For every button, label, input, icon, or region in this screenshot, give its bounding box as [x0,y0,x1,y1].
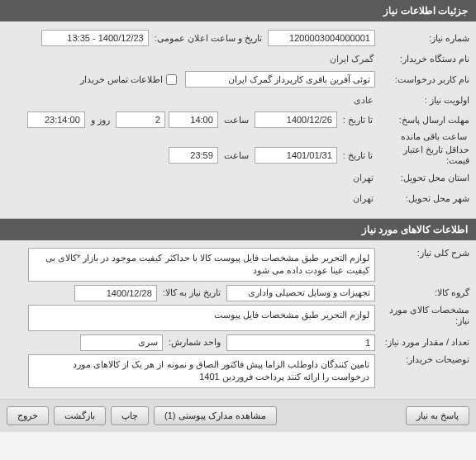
back-button[interactable]: بازگشت [54,406,106,425]
quote-to-date-field: 1401/01/31 [255,147,337,164]
reply-to-date-field: 1400/12/26 [255,111,337,128]
requester-label: نام کاربر درخواست: [378,74,469,85]
exit-button[interactable]: خروج [7,406,49,425]
announce-field: 1400/12/23 - 13:35 [41,30,149,46]
remain-days-label: روز و [88,115,112,126]
buyer-contact-checkbox-wrap[interactable]: اطلاعات تماس خریدار [80,74,177,85]
view-attachments-button[interactable]: مشاهده مدارک پیوستی (1) [154,406,277,425]
reply-deadline-label: مهلت ارسال پاسخ: [378,115,469,126]
buyer-notes-field: تامین کنندگان داوطلب الزاما پیش فاکتور ا… [28,354,375,388]
buyer-org-label: نام دستگاه خریدار: [378,54,469,64]
reply-to-need-button[interactable]: پاسخ به نیاز [406,406,469,425]
deliver-city-label: شهر محل تحویل: [378,193,469,204]
goods-body: شرح کلی نیاز: لوازم التحریر طبق مشخصات ف… [0,240,476,400]
spec-label: مشخصات کالای مورد نیاز: [378,305,469,326]
deliver-province-value: تهران [353,173,375,183]
deliver-city-value: تهران [353,193,375,204]
buyer-contact-checkbox-label: اطلاعات تماس خریدار [80,74,163,85]
requester-field: توئی آفرین باقری کارپرداز گمرک ایران [185,71,375,88]
need-details-body: شماره نیاز: 1200003004000001 تاریخ و ساع… [0,21,476,219]
general-desc-field: لوازم التحریر طبق مشخصات فایل پیوست کالا… [28,248,375,282]
need-number-label: شماره نیاز: [378,33,469,44]
buyer-contact-checkbox[interactable] [166,74,177,85]
priority-label: اولویت نیاز : [378,95,469,106]
need-date-field: 1400/12/28 [74,285,157,301]
remain-days-field: 2 [116,111,165,128]
remain-suffix: ساعت باقی مانده [398,131,469,142]
print-button[interactable]: چاپ [111,406,149,425]
quote-time-label: ساعت [221,150,251,161]
reply-to-date-label: تا تاریخ : [340,115,375,126]
priority-value: عادی [354,95,375,106]
qty-field: 1 [226,334,375,351]
remain-time-field: 23:14:00 [27,111,85,128]
reply-time-field: 14:00 [169,111,218,128]
quote-validity-label: حداقل تاریخ اعتبار قیمت: [378,145,469,166]
announce-label: تاریخ و ساعت اعلان عمومی: [152,33,264,44]
unit-label: واحد شمارش: [166,337,223,348]
qty-label: تعداد / مقدار مورد نیاز: [378,337,469,348]
unit-field: سری [80,334,163,351]
quote-time-field: 23:59 [169,147,218,164]
footer-bar: پاسخ به نیاز مشاهده مدارک پیوستی (1) چاپ… [0,400,476,432]
section-header-goods: اطلاعات کالاهای مورد نیاز [0,219,476,240]
spec-field: لوازم التحریر طبق مشخصات فایل پیوست [28,305,375,331]
quote-to-date-label: تا تاریخ : [340,150,375,161]
need-number-field: 1200003004000001 [268,30,375,46]
group-field: تجهیزات و وسایل تحصیلی واداری [226,285,375,301]
buyer-org-value: گمرک ایران [330,54,375,64]
reply-time-label: ساعت [221,115,251,126]
deliver-province-label: استان محل تحویل: [378,173,469,183]
need-date-label: تاریخ نیاز به کالا: [160,287,223,298]
group-label: گروه کالا: [378,287,469,298]
buyer-notes-label: توضیحات خریدار: [378,354,469,365]
section-header-need-details: جزئیات اطلاعات نیاز [0,0,476,21]
general-desc-label: شرح کلی نیاز: [378,248,469,258]
